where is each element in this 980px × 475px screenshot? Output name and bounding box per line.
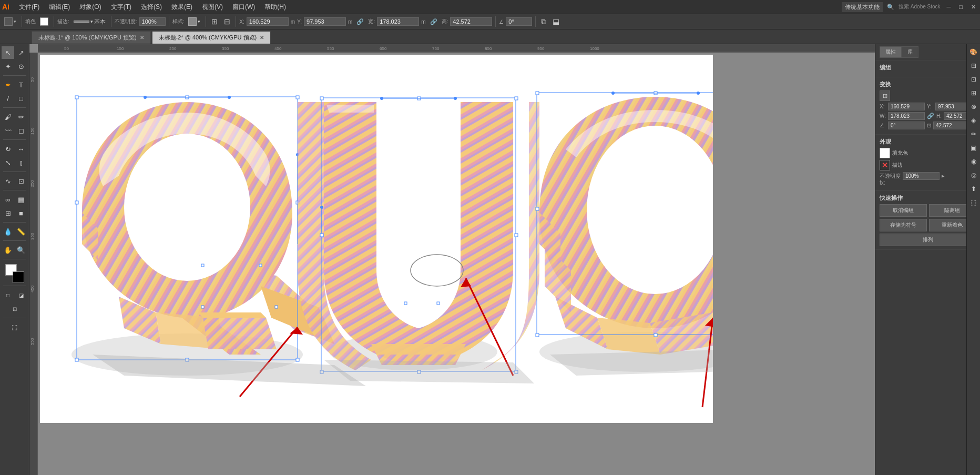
tab-0[interactable]: 未标题-1* @ 100% (CMYK/GPU 预览) ✕	[32, 31, 151, 44]
stroke-control[interactable]: ▾ 基本	[72, 17, 108, 27]
menu-effect[interactable]: 效果(E)	[167, 2, 197, 13]
draw-behind-btn[interactable]: ◪	[15, 289, 27, 301]
transform-panel-icon[interactable]: ⊡	[968, 74, 979, 85]
menu-window[interactable]: 窗口(W)	[228, 2, 259, 13]
tab-1-close[interactable]: ✕	[260, 35, 264, 41]
align-icon[interactable]: ⊟	[222, 16, 232, 27]
free-transform-tool[interactable]: ⊡	[15, 175, 27, 187]
color-swatches[interactable]	[5, 264, 24, 283]
link2-icon[interactable]: 🔗	[428, 17, 440, 26]
fill-swatch[interactable]	[38, 16, 50, 27]
gradient-tool[interactable]: ■	[15, 207, 27, 219]
gradient-panel-icon[interactable]: ▣	[968, 142, 979, 154]
reflect-tool[interactable]: ↔	[15, 143, 27, 155]
grid-icon[interactable]: ⊞	[880, 90, 890, 101]
opacity-input[interactable]	[139, 17, 166, 26]
smooth-tool[interactable]: 〰	[2, 124, 14, 137]
w-input[interactable]	[377, 17, 419, 26]
fill-color-swatch[interactable]	[880, 148, 890, 158]
zoom-tool[interactable]: 🔍	[15, 244, 27, 256]
scale-tool[interactable]: ⤡	[2, 156, 14, 169]
tool-sep-9	[3, 286, 26, 286]
menu-type[interactable]: 文字(T)	[107, 2, 136, 13]
normal-mode-btn[interactable]: □	[2, 289, 14, 301]
search-stock[interactable]: 🔍	[887, 4, 894, 11]
tab-library[interactable]: 库	[902, 46, 918, 58]
menu-file[interactable]: 文件(F)	[15, 2, 44, 13]
arrange-btn[interactable]: 排列	[880, 234, 976, 246]
rotate-tool[interactable]: ↻	[2, 143, 14, 155]
pencil-tool[interactable]: ✏	[15, 110, 27, 123]
tab-0-close[interactable]: ✕	[140, 35, 144, 41]
paintbrush-tool[interactable]: 🖌	[2, 110, 14, 123]
shear-icon[interactable]: ⊡	[927, 123, 931, 128]
tab-1[interactable]: 未标题-2* @ 400% (CMYK/GPU 预览) ✕	[152, 31, 271, 44]
artboard-panel-icon[interactable]: ⬚	[968, 197, 979, 208]
artboard-tool[interactable]: ⬚	[8, 321, 21, 333]
stroke-row[interactable]: ✕ 描边 ▾ ▸	[880, 160, 976, 170]
pathfinder-icon[interactable]: ⊗	[968, 101, 979, 113]
pen-tool[interactable]: ✒	[2, 78, 14, 91]
graph-tool[interactable]: ▦	[15, 193, 27, 206]
canvas-area[interactable]: 50 150 250 350 450 550 650 750 850 950 1…	[29, 44, 875, 475]
shape-tool[interactable]: □	[15, 92, 27, 105]
transform-icon[interactable]: ⧉	[539, 16, 548, 27]
workspace-selector[interactable]: 传统基本功能	[842, 2, 883, 12]
angle-input-right[interactable]	[888, 122, 925, 129]
stroke-swatch[interactable]: ✕	[880, 160, 890, 170]
menu-view[interactable]: 视图(V)	[198, 2, 227, 13]
menu-help[interactable]: 帮助(H)	[260, 2, 290, 13]
fill-label: 填充色	[892, 149, 908, 157]
ungroup-btn[interactable]: 取消编组	[880, 204, 927, 217]
grid-icon[interactable]: ⊞	[209, 16, 220, 27]
mesh-tool[interactable]: ⊞	[2, 207, 14, 219]
selection-tool[interactable]: ↖	[2, 46, 14, 59]
color-guide-icon[interactable]: 🎨	[968, 46, 979, 58]
appearance-panel-icon[interactable]: ◉	[968, 156, 979, 167]
blend-tool[interactable]: ∞	[2, 193, 14, 206]
line-tool[interactable]: /	[2, 92, 14, 105]
artboard[interactable]	[40, 55, 713, 423]
graphic-styles-icon[interactable]: ◎	[968, 169, 979, 181]
svg-text:350: 350	[30, 233, 35, 240]
eyedropper-tool[interactable]: 💧	[2, 225, 14, 238]
brushes-icon[interactable]: ✏	[968, 128, 979, 140]
warp-tool[interactable]: ∿	[2, 175, 14, 187]
menu-select[interactable]: 选择(S)	[137, 2, 166, 13]
style-swatch[interactable]: ▾	[186, 16, 202, 27]
screen-mode-btn[interactable]: ⊡	[8, 302, 21, 315]
lasso-tool[interactable]: ⊙	[15, 60, 27, 73]
link-icon[interactable]: 🔗	[354, 17, 366, 26]
menu-edit[interactable]: 编辑(E)	[45, 2, 74, 13]
x-value-input[interactable]	[888, 103, 925, 110]
arrange-icon[interactable]: ⬓	[550, 16, 562, 27]
direct-selection-tool[interactable]: ↗	[15, 46, 27, 59]
tab-properties[interactable]: 属性	[880, 46, 902, 58]
magic-wand-tool[interactable]: ✦	[2, 60, 14, 73]
maximize-btn[interactable]: □	[957, 4, 965, 10]
tab-1-label: 未标题-2* @ 400% (CMYK/GPU 预览)	[159, 34, 257, 42]
type-tool[interactable]: T	[15, 78, 27, 91]
align-panel-icon[interactable]: ⊞	[968, 87, 979, 99]
y-input[interactable]	[304, 17, 346, 26]
fill-row[interactable]: 填充色	[880, 148, 976, 158]
save-symbol-btn[interactable]: 存储为符号	[880, 219, 927, 231]
opacity-expand[interactable]: ▸	[942, 173, 945, 179]
measure-tool[interactable]: 📏	[15, 225, 27, 238]
shear-input[interactable]	[933, 122, 970, 129]
link-icon[interactable]: 🔗	[927, 113, 934, 119]
symbols-icon[interactable]: ◈	[968, 115, 979, 126]
hand-tool[interactable]: ✋	[2, 244, 14, 256]
opacity-input-right[interactable]	[903, 172, 940, 180]
eraser-tool[interactable]: ◻	[15, 124, 27, 137]
angle-input[interactable]	[506, 17, 532, 26]
layers-icon[interactable]: ⊟	[968, 60, 979, 72]
shear-tool[interactable]: ⫿	[15, 156, 27, 169]
w-value-input[interactable]	[888, 112, 925, 120]
close-btn[interactable]: ✕	[969, 4, 978, 11]
export-icon[interactable]: ⬆	[968, 183, 979, 195]
h-input[interactable]	[450, 17, 492, 26]
minimize-btn[interactable]: ─	[945, 4, 953, 10]
menu-object[interactable]: 对象(O)	[75, 2, 105, 13]
x-input[interactable]	[247, 17, 289, 26]
